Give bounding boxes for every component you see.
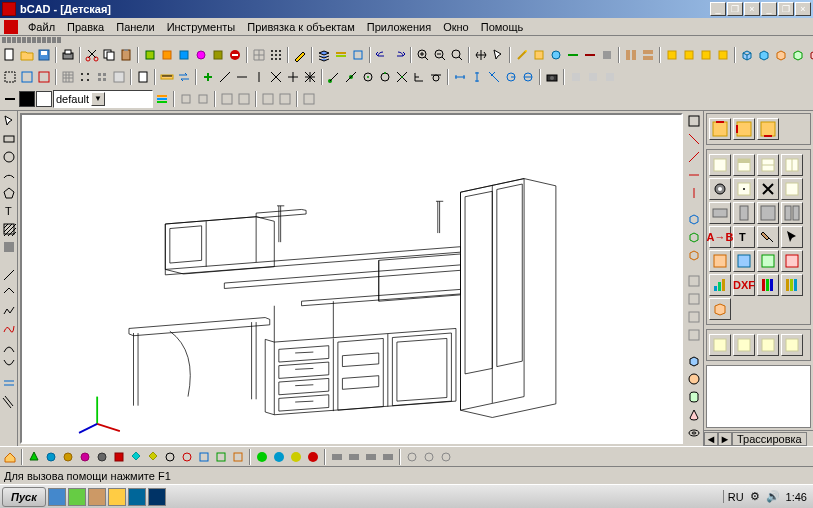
tool-icon[interactable] — [623, 47, 639, 63]
mdi-minimize-button[interactable]: _ — [761, 2, 777, 16]
sphere-red-icon[interactable] — [305, 449, 321, 465]
ab-convert-icon[interactable]: A→B — [709, 226, 731, 248]
swap-icon[interactable] — [176, 69, 192, 85]
text-icon[interactable]: T — [733, 226, 755, 248]
view-icon[interactable] — [686, 291, 702, 307]
nav-icon[interactable] — [363, 449, 379, 465]
delete-icon[interactable] — [757, 178, 779, 200]
tool-icon[interactable] — [698, 47, 714, 63]
tool-icon[interactable] — [159, 47, 175, 63]
open-button[interactable] — [19, 47, 35, 63]
taskbar-app-icon[interactable] — [48, 488, 66, 506]
tool-icon[interactable] — [548, 47, 564, 63]
menu-window[interactable]: Окно — [437, 20, 475, 34]
snap-center-icon[interactable] — [360, 69, 376, 85]
cone-icon[interactable] — [686, 407, 702, 423]
nav-icon[interactable] — [329, 449, 345, 465]
layers2-icon[interactable] — [333, 47, 349, 63]
nav-icon[interactable] — [421, 449, 437, 465]
mdi-close-button[interactable]: × — [795, 2, 811, 16]
panel-icon[interactable] — [781, 334, 803, 356]
dim-h-icon[interactable] — [452, 69, 468, 85]
tool-icon[interactable] — [585, 69, 601, 85]
tab-scroll-right[interactable]: ► — [718, 432, 732, 446]
nav-icon[interactable] — [26, 449, 42, 465]
view-icon[interactable] — [686, 273, 702, 289]
tool-icon[interactable] — [210, 47, 226, 63]
tool-icon[interactable] — [193, 47, 209, 63]
snap-perp-icon[interactable] — [411, 69, 427, 85]
cube-icon[interactable] — [686, 353, 702, 369]
view3d-icon[interactable] — [686, 247, 702, 263]
offset-icon[interactable] — [1, 375, 17, 391]
panel-btn[interactable] — [757, 202, 779, 224]
panel-icon[interactable] — [733, 334, 755, 356]
tool-icon[interactable] — [219, 91, 235, 107]
nav-icon[interactable] — [111, 449, 127, 465]
trace-tab[interactable]: Трассировка — [732, 432, 807, 446]
view3d-icon[interactable] — [686, 229, 702, 245]
tool-icon[interactable] — [142, 47, 158, 63]
panel-btn[interactable] — [709, 118, 731, 140]
tool-icon[interactable] — [664, 47, 680, 63]
clock[interactable]: 1:46 — [786, 491, 807, 503]
tray-icon[interactable]: 🔊 — [766, 490, 780, 503]
pointer-icon[interactable] — [1, 113, 17, 129]
cube-icon[interactable] — [739, 47, 755, 63]
panel-btn[interactable] — [733, 202, 755, 224]
snap-quad-icon[interactable] — [377, 69, 393, 85]
layer-combo[interactable]: default ▼ — [53, 90, 153, 108]
nav-icon[interactable] — [438, 449, 454, 465]
view-icon[interactable] — [686, 167, 702, 183]
box-icon[interactable] — [709, 298, 731, 320]
snap-tan-icon[interactable] — [428, 69, 444, 85]
panel-btn[interactable] — [733, 154, 755, 176]
view3d-icon[interactable] — [686, 211, 702, 227]
tool-icon[interactable] — [640, 47, 656, 63]
menu-apps[interactable]: Приложения — [361, 20, 437, 34]
parallel-icon[interactable] — [1, 393, 17, 409]
tool-icon[interactable] — [602, 69, 618, 85]
menu-snap[interactable]: Привязка к объектам — [241, 20, 361, 34]
doc-icon[interactable] — [135, 69, 151, 85]
sphere-blue-icon[interactable] — [271, 449, 287, 465]
hatch-icon[interactable] — [1, 221, 17, 237]
tool-icon[interactable] — [599, 47, 615, 63]
dim-v-icon[interactable] — [469, 69, 485, 85]
view-icon[interactable] — [686, 309, 702, 325]
tool-icon[interactable] — [531, 47, 547, 63]
nav-icon[interactable] — [404, 449, 420, 465]
restore-button[interactable]: ❐ — [727, 2, 743, 16]
snap-int-icon[interactable] — [394, 69, 410, 85]
line-style-icon[interactable] — [2, 91, 18, 107]
nav-icon[interactable] — [179, 449, 195, 465]
panel-btn[interactable] — [781, 154, 803, 176]
nav-icon[interactable] — [380, 449, 396, 465]
nav-icon[interactable] — [145, 449, 161, 465]
layers-icon[interactable] — [316, 47, 332, 63]
taskbar-app-icon[interactable] — [68, 488, 86, 506]
panel-icon[interactable] — [733, 250, 755, 272]
line-v-icon[interactable] — [251, 69, 267, 85]
text-tool-icon[interactable]: T — [1, 203, 17, 219]
polygon-tool-icon[interactable] — [1, 185, 17, 201]
menu-edit[interactable]: Правка — [61, 20, 110, 34]
snap-mid-icon[interactable] — [343, 69, 359, 85]
color-swatch-bg[interactable] — [36, 91, 52, 107]
menu-tools[interactable]: Инструменты — [161, 20, 242, 34]
tool-icon[interactable] — [178, 91, 194, 107]
lang-indicator[interactable]: RU — [728, 491, 744, 503]
menu-panels[interactable]: Панели — [110, 20, 160, 34]
tool-icon[interactable] — [350, 47, 366, 63]
panel-btn[interactable] — [757, 118, 779, 140]
close-button[interactable]: × — [744, 2, 760, 16]
grid-icon[interactable] — [94, 69, 110, 85]
zoom-fit-button[interactable] — [449, 47, 465, 63]
dim-a-icon[interactable] — [486, 69, 502, 85]
spline-icon[interactable] — [1, 321, 17, 337]
pointer-icon[interactable] — [781, 226, 803, 248]
snap-end-icon[interactable] — [326, 69, 342, 85]
camera-icon[interactable] — [544, 69, 560, 85]
books-icon[interactable] — [757, 274, 779, 296]
taskbar-app-icon[interactable] — [88, 488, 106, 506]
